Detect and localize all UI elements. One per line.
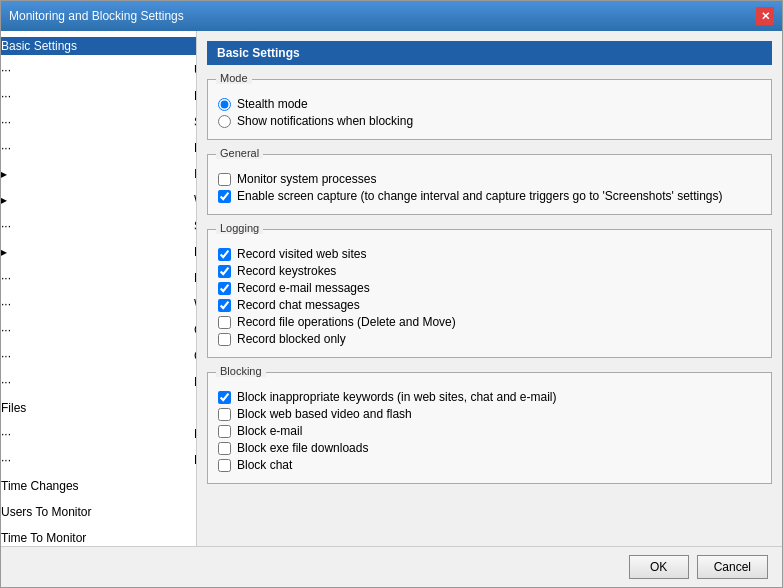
sidebar-item-web-sites[interactable]: ▸Web Sites (1, 187, 196, 213)
general-group: General Monitor system processes Enable … (207, 154, 772, 215)
sidebar-item-keystrokes[interactable]: ···Keystrokes (1, 135, 196, 161)
sidebar-item-programs[interactable]: ···Programs (1, 83, 196, 109)
sidebar-item-basic-settings[interactable]: Basic Settings (1, 35, 196, 57)
record-visited-row: Record visited web sites (218, 247, 761, 261)
enable-screen-capture-row: Enable screen capture (to change interva… (218, 189, 761, 203)
sidebar-item-schedule[interactable]: ···Schedule (1, 213, 196, 239)
cancel-button[interactable]: Cancel (697, 555, 768, 579)
content-area: Basic Settings ···User Logins ···Program… (1, 31, 782, 546)
sidebar-item-files[interactable]: Files (1, 395, 196, 421)
block-email-label[interactable]: Block e-mail (237, 424, 302, 438)
record-blocked-label[interactable]: Record blocked only (237, 332, 346, 346)
sidebar-item-exceptions[interactable]: ···Exceptions (1, 265, 196, 291)
sidebar: Basic Settings ···User Logins ···Program… (1, 31, 197, 546)
record-keystrokes-label[interactable]: Record keystrokes (237, 264, 336, 278)
sidebar-item-screenshots[interactable]: ···Screenshots (1, 109, 196, 135)
sidebar-item-network[interactable]: ···Network (1, 369, 196, 395)
record-visited-label[interactable]: Record visited web sites (237, 247, 366, 261)
block-chat-label[interactable]: Block chat (237, 458, 292, 472)
enable-screen-capture-label[interactable]: Enable screen capture (to change interva… (237, 189, 723, 203)
close-button[interactable]: ✕ (756, 7, 774, 25)
sidebar-item-content-types[interactable]: ···Content Types (1, 343, 196, 369)
sidebar-item-removable-devices[interactable]: ···Removable Devices (1, 447, 196, 473)
window-title: Monitoring and Blocking Settings (9, 9, 184, 23)
record-keystrokes-checkbox[interactable] (218, 265, 231, 278)
block-video-checkbox[interactable] (218, 408, 231, 421)
sidebar-item-time-to-monitor[interactable]: Time To Monitor (1, 525, 196, 546)
blocking-legend: Blocking (216, 365, 266, 377)
logging-group: Logging Record visited web sites Record … (207, 229, 772, 358)
sidebar-item-internet[interactable]: ▸Internet (1, 161, 196, 187)
mode-legend: Mode (216, 72, 252, 84)
mode-group: Mode Stealth mode Show notifications whe… (207, 79, 772, 140)
block-keywords-checkbox[interactable] (218, 391, 231, 404)
record-chat-label[interactable]: Record chat messages (237, 298, 360, 312)
panel-title: Basic Settings (207, 41, 772, 65)
monitor-system-row: Monitor system processes (218, 172, 761, 186)
show-notifications-label[interactable]: Show notifications when blocking (237, 114, 413, 128)
block-chat-checkbox[interactable] (218, 459, 231, 472)
logging-content: Record visited web sites Record keystrok… (218, 238, 761, 346)
record-chat-row: Record chat messages (218, 298, 761, 312)
block-keywords-row: Block inappropriate keywords (in web sit… (218, 390, 761, 404)
record-visited-checkbox[interactable] (218, 248, 231, 261)
record-blocked-row: Record blocked only (218, 332, 761, 346)
sidebar-item-web-search[interactable]: ···Web Search (1, 291, 196, 317)
show-notifications-row: Show notifications when blocking (218, 114, 761, 128)
record-chat-checkbox[interactable] (218, 299, 231, 312)
record-email-checkbox[interactable] (218, 282, 231, 295)
block-video-label[interactable]: Block web based video and flash (237, 407, 412, 421)
block-chat-row: Block chat (218, 458, 761, 472)
block-exe-checkbox[interactable] (218, 442, 231, 455)
mode-content: Stealth mode Show notifications when blo… (218, 88, 761, 128)
titlebar: Monitoring and Blocking Settings ✕ (1, 1, 782, 31)
record-email-row: Record e-mail messages (218, 281, 761, 295)
monitor-system-label[interactable]: Monitor system processes (237, 172, 376, 186)
block-email-row: Block e-mail (218, 424, 761, 438)
block-exe-label[interactable]: Block exe file downloads (237, 441, 368, 455)
record-keystrokes-row: Record keystrokes (218, 264, 761, 278)
blocking-content: Block inappropriate keywords (in web sit… (218, 381, 761, 472)
sidebar-item-chat-email[interactable]: ···Chat & E-Mail (1, 317, 196, 343)
main-panel: Basic Settings Mode Stealth mode Show no… (197, 31, 782, 546)
sidebar-item-time-changes[interactable]: Time Changes (1, 473, 196, 499)
block-exe-row: Block exe file downloads (218, 441, 761, 455)
enable-screen-capture-checkbox[interactable] (218, 190, 231, 203)
record-email-label[interactable]: Record e-mail messages (237, 281, 370, 295)
main-window: Monitoring and Blocking Settings ✕ Basic… (0, 0, 783, 588)
monitor-system-checkbox[interactable] (218, 173, 231, 186)
blocking-group: Blocking Block inappropriate keywords (i… (207, 372, 772, 484)
footer: OK Cancel (1, 546, 782, 587)
sidebar-item-keywords[interactable]: ▸Keywords (1, 239, 196, 265)
block-video-row: Block web based video and flash (218, 407, 761, 421)
stealth-radio[interactable] (218, 98, 231, 111)
ok-button[interactable]: OK (629, 555, 689, 579)
block-email-checkbox[interactable] (218, 425, 231, 438)
record-blocked-checkbox[interactable] (218, 333, 231, 346)
sidebar-item-users-to-monitor[interactable]: Users To Monitor (1, 499, 196, 525)
show-notifications-radio[interactable] (218, 115, 231, 128)
stealth-label[interactable]: Stealth mode (237, 97, 308, 111)
block-keywords-label[interactable]: Block inappropriate keywords (in web sit… (237, 390, 556, 404)
sidebar-item-user-logins[interactable]: ···User Logins (1, 57, 196, 83)
stealth-row: Stealth mode (218, 97, 761, 111)
record-file-ops-label[interactable]: Record file operations (Delete and Move) (237, 315, 456, 329)
record-file-ops-checkbox[interactable] (218, 316, 231, 329)
logging-legend: Logging (216, 222, 263, 234)
general-legend: General (216, 147, 263, 159)
record-file-ops-row: Record file operations (Delete and Move) (218, 315, 761, 329)
sidebar-item-printer[interactable]: ···Printer (1, 421, 196, 447)
general-content: Monitor system processes Enable screen c… (218, 163, 761, 203)
